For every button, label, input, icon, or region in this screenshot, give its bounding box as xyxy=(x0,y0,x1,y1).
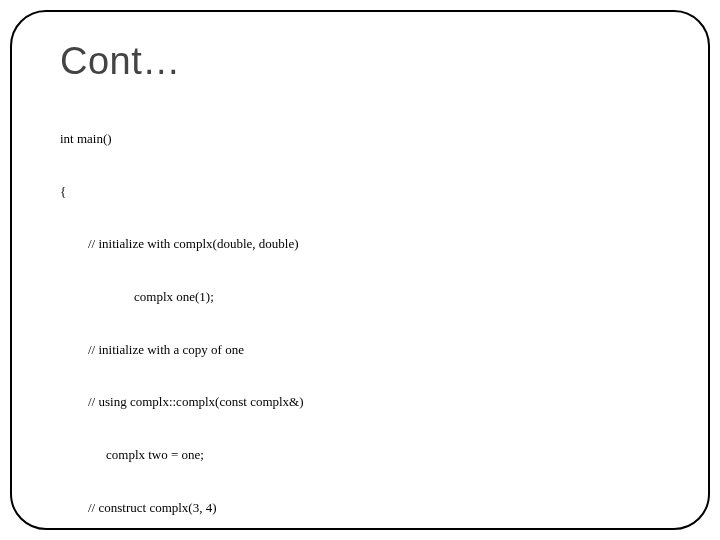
code-line: // initialize with complx(double, double… xyxy=(88,235,660,253)
code-line: { xyxy=(60,183,660,201)
code-line: // initialize with a copy of one xyxy=(88,341,660,359)
code-line: complx two = one; xyxy=(106,446,660,464)
code-line: // using complx::complx(const complx&) xyxy=(88,393,660,411)
code-line: complx one(1); xyxy=(134,288,660,306)
code-line: int main() xyxy=(60,130,660,148)
slide-frame: Cont… int main() { // initialize with co… xyxy=(10,10,710,530)
code-block: int main() { // initialize with complx(d… xyxy=(60,95,660,530)
slide-title: Cont… xyxy=(60,40,660,83)
code-line: // construct complx(3, 4) xyxy=(88,499,660,517)
